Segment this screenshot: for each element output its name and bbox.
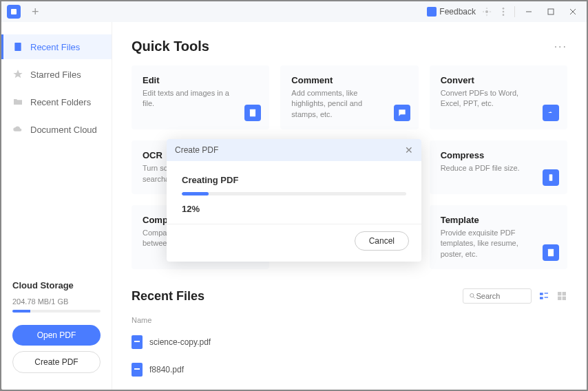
svg-rect-0 xyxy=(11,9,17,14)
progress-percentage: 12% xyxy=(182,204,406,214)
column-header-name: Name xyxy=(132,312,567,328)
list-view-button[interactable] xyxy=(538,290,549,302)
svg-point-1 xyxy=(485,10,488,13)
svg-rect-23 xyxy=(563,297,566,300)
sidebar-item-label: Recent Files xyxy=(30,42,80,52)
tool-desc: Convert PDFs to Word, Excel, PPT, etc. xyxy=(441,88,556,109)
folder-icon xyxy=(12,96,23,107)
cloud-storage-fill xyxy=(12,310,30,313)
open-pdf-button[interactable]: Open PDF xyxy=(12,325,101,346)
file-row[interactable]: f8840.pdf xyxy=(132,356,567,383)
sidebar-item-document-cloud[interactable]: Document Cloud xyxy=(1,117,112,142)
file-name: science-copy.pdf xyxy=(149,337,211,347)
more-button[interactable]: ··· xyxy=(554,41,567,53)
sidebar-item-label: Starred Files xyxy=(30,70,81,80)
svg-rect-22 xyxy=(558,297,561,300)
cloud-icon xyxy=(12,124,23,135)
file-name: f8840.pdf xyxy=(149,365,184,374)
tool-desc: Add comments, like highlights, pencil an… xyxy=(291,88,407,120)
titlebar-left: + xyxy=(7,5,42,19)
modal-body: Creating PDF 12% xyxy=(167,161,421,224)
close-button[interactable] xyxy=(565,3,581,20)
svg-rect-9 xyxy=(14,43,21,51)
tool-convert[interactable]: Convert Convert PDFs to Word, Excel, PPT… xyxy=(430,65,567,129)
recent-tools xyxy=(463,288,567,304)
tool-edit[interactable]: Edit Edit texts and images in a file. xyxy=(132,65,269,129)
divider xyxy=(514,6,515,17)
menu-icon[interactable] xyxy=(498,6,509,17)
tool-desc: Edit texts and images in a file. xyxy=(143,88,258,109)
convert-icon xyxy=(543,105,559,121)
sidebar-item-label: Document Cloud xyxy=(30,125,97,135)
sidebar-item-recent-folders[interactable]: Recent Folders xyxy=(1,89,112,114)
svg-rect-21 xyxy=(563,292,566,295)
svg-point-14 xyxy=(470,294,474,297)
progress-fill xyxy=(182,192,209,196)
modal-title: Create PDF xyxy=(175,145,218,155)
sidebar-nav: Recent Files Starred Files Recent Folder… xyxy=(1,34,112,142)
modal-header: Create PDF ✕ xyxy=(167,139,421,161)
feedback-button[interactable]: Feedback xyxy=(427,7,476,17)
svg-rect-12 xyxy=(549,174,553,180)
minimize-button[interactable] xyxy=(521,3,537,20)
modal-subtitle: Creating PDF xyxy=(182,175,406,185)
svg-point-4 xyxy=(503,14,505,16)
file-icon xyxy=(12,41,23,52)
tool-comment[interactable]: Comment Add comments, like highlights, p… xyxy=(280,65,418,129)
file-row[interactable]: science-copy.pdf xyxy=(132,328,567,356)
create-pdf-modal: Create PDF ✕ Creating PDF 12% Cancel xyxy=(167,139,421,262)
progress-bar xyxy=(182,192,406,196)
cloud-storage-usage: 204.78 MB/1 GB xyxy=(12,297,101,306)
titlebar-right: Feedback xyxy=(427,3,581,20)
cancel-button[interactable]: Cancel xyxy=(355,231,409,251)
grid-view-button[interactable] xyxy=(556,290,567,302)
tool-title: Convert xyxy=(441,75,556,85)
svg-point-3 xyxy=(503,11,505,13)
tool-title: Compress xyxy=(441,150,556,160)
pdf-file-icon xyxy=(132,335,143,349)
comment-icon xyxy=(394,105,410,121)
sidebar-item-recent-files[interactable]: Recent Files xyxy=(1,34,112,59)
tool-title: Comment xyxy=(291,75,407,85)
file-row[interactable]: productivity Modern Life.pdf xyxy=(132,383,567,390)
tool-desc: Reduce a PDF file size. xyxy=(441,163,556,173)
search-box[interactable] xyxy=(463,288,532,304)
recent-files-title: Recent Files xyxy=(132,289,204,304)
edit-icon xyxy=(244,105,261,121)
settings-icon[interactable] xyxy=(481,6,492,17)
tool-template[interactable]: Template Provide exquisite PDF templates… xyxy=(430,205,567,269)
sidebar-item-label: Recent Folders xyxy=(30,97,91,107)
svg-rect-10 xyxy=(250,109,255,117)
svg-rect-20 xyxy=(558,292,561,295)
svg-rect-19 xyxy=(545,297,548,297)
sidebar-bottom: Cloud Storage 204.78 MB/1 GB Open PDF Cr… xyxy=(1,269,112,390)
app-window: + Feedback xyxy=(1,1,587,390)
sidebar-item-starred-files[interactable]: Starred Files xyxy=(1,62,112,87)
pdf-file-icon xyxy=(132,363,143,377)
search-input[interactable] xyxy=(476,292,525,300)
tool-title: Edit xyxy=(143,75,258,85)
star-icon xyxy=(12,69,23,80)
new-tab-button[interactable]: + xyxy=(29,5,42,19)
recent-files-header: Recent Files xyxy=(132,288,567,304)
modal-footer: Cancel xyxy=(167,224,421,262)
maximize-button[interactable] xyxy=(543,3,559,20)
svg-rect-13 xyxy=(548,249,554,257)
feedback-icon xyxy=(427,7,437,17)
quick-tools-title: Quick Tools xyxy=(132,39,209,54)
cloud-storage-bar xyxy=(12,310,101,313)
svg-rect-18 xyxy=(540,297,543,299)
quick-tools-header: Quick Tools ··· xyxy=(132,39,567,54)
modal-close-button[interactable]: ✕ xyxy=(405,145,413,156)
svg-rect-6 xyxy=(548,9,554,14)
template-icon xyxy=(543,244,559,261)
search-icon xyxy=(469,292,476,300)
svg-point-2 xyxy=(503,8,505,10)
tool-desc: Provide exquisite PDF templates, like re… xyxy=(441,228,556,260)
titlebar: + Feedback xyxy=(1,1,587,22)
app-logo-icon[interactable] xyxy=(7,5,21,19)
feedback-label: Feedback xyxy=(439,7,476,17)
tool-title: Template xyxy=(441,215,556,225)
create-pdf-button[interactable]: Create PDF xyxy=(12,351,101,373)
tool-compress[interactable]: Compress Reduce a PDF file size. xyxy=(430,140,567,194)
